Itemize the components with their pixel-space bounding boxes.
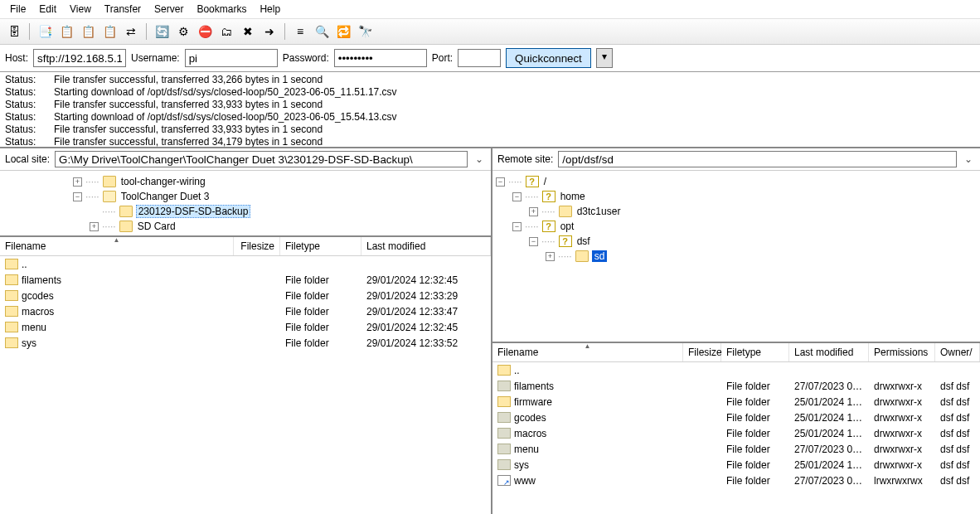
- tree-item[interactable]: +·····tool-changer-wiring: [0, 174, 491, 189]
- col-filesize[interactable]: Filesize: [234, 237, 280, 255]
- file-type: File folder: [721, 459, 789, 471]
- menu-edit[interactable]: Edit: [32, 2, 63, 17]
- filter-icon[interactable]: ≡: [291, 22, 309, 41]
- refresh-icon[interactable]: 🔄: [153, 22, 171, 41]
- tree-expander-icon[interactable]: +: [90, 222, 99, 231]
- local-pane: Local site: ⌄ +·····tool-changer-wiring−…: [0, 148, 492, 514]
- chevron-down-icon[interactable]: ⌄: [962, 153, 975, 165]
- folder-icon: [497, 459, 511, 470]
- compare-icon[interactable]: 🔁: [334, 22, 352, 41]
- file-type: File folder: [721, 396, 789, 408]
- tree-expander-icon[interactable]: +: [73, 177, 82, 187]
- tree-item[interactable]: +·····sd: [492, 249, 980, 264]
- menu-bookmarks[interactable]: Bookmarks: [190, 2, 253, 17]
- remote-tree[interactable]: −·····?/−·····?home+·····d3tc1user−·····…: [492, 171, 980, 343]
- folder-icon: [497, 444, 511, 454]
- chevron-down-icon[interactable]: ⌄: [473, 153, 486, 165]
- file-owner: dsf dsf: [935, 459, 980, 471]
- cancel-icon[interactable]: ⛔: [196, 22, 214, 41]
- list-item[interactable]: ..: [492, 362, 980, 378]
- file-permissions: lrwxrwxrwx: [869, 475, 935, 487]
- menu-transfer[interactable]: Transfer: [98, 2, 148, 17]
- list-item[interactable]: menuFile folder27/07/2023 09:...drwxrwxr…: [492, 441, 980, 457]
- col-filename[interactable]: ▲Filename: [492, 343, 683, 361]
- password-input[interactable]: [334, 49, 427, 67]
- col-filename[interactable]: ▲Filename: [0, 237, 234, 255]
- col-filesize[interactable]: Filesize: [683, 343, 721, 361]
- disconnect-icon[interactable]: 🗂: [217, 22, 235, 41]
- toggle-local-tree-icon[interactable]: 📋: [57, 22, 75, 41]
- local-list-header[interactable]: ▲Filename Filesize Filetype Last modifie…: [0, 237, 491, 256]
- log-prefix: Status:: [5, 86, 51, 99]
- col-lastmodified[interactable]: Last modified: [361, 237, 491, 255]
- menu-file[interactable]: File: [3, 2, 32, 17]
- tree-item[interactable]: +·····SD Card: [0, 219, 491, 234]
- tree-expander-icon[interactable]: −: [496, 177, 505, 187]
- toggle-remote-tree-icon[interactable]: 📋: [79, 22, 97, 41]
- list-item[interactable]: macrosFile folder29/01/2024 12:33:47: [0, 303, 491, 319]
- binoculars-icon[interactable]: 🔭: [356, 22, 374, 41]
- port-input[interactable]: [458, 49, 501, 67]
- host-input[interactable]: [33, 49, 126, 67]
- menu-help[interactable]: Help: [253, 2, 287, 17]
- remote-path-bar: Remote site: ⌄: [492, 148, 980, 171]
- file-permissions: drwxrwxr-x: [869, 412, 935, 424]
- list-item[interactable]: gcodesFile folder25/01/2024 17:...drwxrw…: [492, 410, 980, 425]
- col-owner[interactable]: Owner/: [935, 343, 980, 361]
- list-item[interactable]: wwwFile folder27/07/2023 09:...lrwxrwxrw…: [492, 473, 980, 488]
- tree-expander-icon[interactable]: +: [529, 207, 538, 216]
- sync-browse-icon[interactable]: ⇄: [122, 22, 140, 41]
- toggle-queue-icon[interactable]: 📋: [100, 22, 119, 41]
- tree-expander-icon[interactable]: −: [529, 237, 538, 246]
- tree-item[interactable]: −·····ToolChanger Duet 3: [0, 189, 491, 204]
- tree-item[interactable]: +·····d3tc1user: [492, 204, 980, 219]
- list-item[interactable]: gcodesFile folder29/01/2024 12:33:29: [0, 288, 491, 303]
- process-queue-icon[interactable]: ⚙: [174, 22, 192, 41]
- col-lastmodified[interactable]: Last modified: [789, 343, 869, 361]
- col-permissions[interactable]: Permissions: [869, 343, 935, 361]
- tree-connector: ·····: [102, 206, 116, 217]
- list-item[interactable]: sysFile folder29/01/2024 12:33:52: [0, 335, 491, 351]
- skip-icon[interactable]: ➜: [260, 22, 279, 41]
- tree-item[interactable]: −·····?home: [492, 189, 980, 204]
- local-file-list[interactable]: ▲Filename Filesize Filetype Last modifie…: [0, 237, 491, 514]
- list-item[interactable]: filamentsFile folder29/01/2024 12:32:45: [0, 272, 491, 288]
- local-path-input[interactable]: [55, 151, 468, 167]
- toggle-log-icon[interactable]: 📑: [36, 22, 54, 41]
- remote-path-input[interactable]: [558, 151, 957, 167]
- file-type: File folder: [721, 381, 789, 392]
- tree-item[interactable]: ·····230129-DSF-SD-Backup: [0, 204, 491, 219]
- file-name: ..: [514, 365, 520, 376]
- tree-item[interactable]: −·····?/: [492, 174, 980, 189]
- quickconnect-button[interactable]: Quickconnect: [506, 48, 591, 68]
- list-item[interactable]: ..: [0, 256, 491, 272]
- tree-expander-icon[interactable]: −: [512, 222, 522, 231]
- tree-item[interactable]: −·····?opt: [492, 219, 980, 234]
- tree-expander-placeholder: [90, 207, 99, 216]
- tree-expander-icon[interactable]: −: [73, 192, 82, 201]
- tree-expander-icon[interactable]: −: [512, 192, 522, 201]
- remote-list-header[interactable]: ▲Filename Filesize Filetype Last modifie…: [492, 343, 980, 362]
- menu-server[interactable]: Server: [148, 2, 190, 17]
- list-item[interactable]: sysFile folder25/01/2024 18:...drwxrwxr-…: [492, 457, 980, 473]
- username-input[interactable]: [185, 49, 278, 67]
- menu-view[interactable]: View: [63, 2, 98, 17]
- search-icon[interactable]: 🔍: [313, 22, 331, 41]
- file-name: menu: [22, 322, 46, 333]
- reconnect-icon[interactable]: ✖: [239, 22, 257, 41]
- local-tree[interactable]: +·····tool-changer-wiring−·····ToolChang…: [0, 171, 491, 237]
- list-item[interactable]: macrosFile folder25/01/2024 17:...drwxrw…: [492, 425, 980, 441]
- list-item[interactable]: firmwareFile folder25/01/2024 18:...drwx…: [492, 394, 980, 410]
- col-filetype[interactable]: Filetype: [721, 343, 789, 361]
- list-item[interactable]: filamentsFile folder27/07/2023 09:...drw…: [492, 378, 980, 394]
- file-name: ..: [22, 259, 27, 270]
- site-manager-icon[interactable]: 🗄: [5, 22, 23, 41]
- tree-item[interactable]: −·····?dsf: [492, 234, 980, 249]
- col-filetype[interactable]: Filetype: [280, 237, 361, 255]
- file-owner: dsf dsf: [935, 381, 980, 392]
- tree-expander-icon[interactable]: +: [546, 252, 555, 261]
- remote-file-list[interactable]: ▲Filename Filesize Filetype Last modifie…: [492, 343, 980, 514]
- list-item[interactable]: menuFile folder29/01/2024 12:32:45: [0, 319, 491, 335]
- message-log[interactable]: Status:File transfer successful, transfe…: [0, 72, 980, 148]
- quickconnect-history-dropdown[interactable]: ▾: [596, 48, 613, 68]
